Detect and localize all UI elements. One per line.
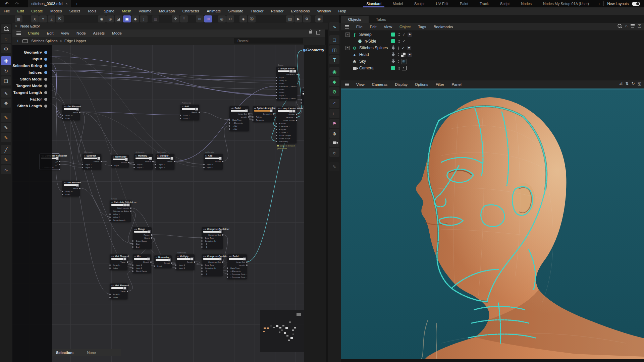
port-dot[interactable] [276, 132, 277, 133]
port-dot[interactable] [44, 51, 47, 54]
object-row-head[interactable]: ▲Head⚑ [341, 51, 644, 58]
port-dot[interactable] [227, 270, 228, 272]
node-output-result[interactable]: Result [111, 161, 129, 164]
bend-deformer-button[interactable]: ◜ [329, 99, 339, 108]
object-row-camera[interactable]: Camera [341, 65, 644, 71]
menu-spline[interactable]: Spline [100, 9, 118, 13]
node-input-input-1[interactable]: Input 1 [83, 163, 101, 166]
expression-tag-icon[interactable]: ⚑ [408, 53, 412, 57]
port-dot[interactable] [109, 220, 111, 221]
port-dot[interactable] [62, 191, 63, 192]
render-view-button[interactable]: ▤ [286, 15, 294, 22]
node-input-points[interactable]: Points [253, 115, 274, 118]
node-folder-icon[interactable] [289, 70, 293, 73]
port-dot[interactable] [201, 240, 203, 242]
node-input-index[interactable]: Index [276, 88, 297, 91]
coord-system-button[interactable]: ⇱ [56, 15, 64, 22]
quantize-button[interactable]: ⊞ [204, 15, 212, 22]
node-input-outer-scope[interactable]: Outer Scope [276, 134, 297, 137]
node-options-icon[interactable] [293, 70, 296, 73]
port-dot[interactable] [171, 262, 172, 264]
expression-tag-icon[interactable]: ⚑ [407, 46, 411, 50]
port-dot[interactable] [133, 164, 135, 165]
subdivision-surface-button[interactable]: ◉ [329, 67, 339, 76]
node-input-index[interactable]: Index [110, 296, 127, 299]
edges-mode-button[interactable]: ◎ [106, 15, 114, 22]
node-options-icon[interactable] [245, 109, 248, 112]
node-options-icon[interactable] [56, 157, 59, 160]
om-menu-edit[interactable]: Edit [366, 25, 380, 29]
port-dot[interactable] [201, 264, 203, 266]
node-input-array-in[interactable]: Array In [110, 293, 127, 296]
ne-menu-view[interactable]: View [57, 31, 73, 35]
node-output-stitch-length[interactable]: Stitch Length [110, 206, 131, 209]
graph-node-compose-container[interactable]: =⊞Compose ContainerContainer OutData Typ… [202, 227, 223, 249]
port-dot[interactable] [132, 267, 133, 269]
extra-mode-button[interactable]: ▥ [152, 15, 159, 22]
node-options-icon[interactable] [148, 230, 151, 233]
pan-icon[interactable]: ⇄ [619, 81, 623, 86]
port-dot[interactable] [194, 261, 195, 263]
port-dot[interactable] [150, 261, 152, 263]
node-options-icon[interactable] [219, 157, 222, 160]
node-options-icon[interactable] [123, 287, 126, 290]
render-settings-button[interactable]: ⚙ [303, 15, 311, 22]
port-dot[interactable] [109, 214, 111, 215]
graph-node-loop-carried-value[interactable]: =⊞Loop Carried ValueFinal ▸Variable 1Out… [276, 107, 297, 143]
port-dot[interactable] [227, 277, 228, 278]
new-document-icon[interactable]: + [75, 1, 78, 6]
node-output-result[interactable]: Result [176, 260, 195, 263]
graph-node-get-element[interactable]: =⊞Get ElementValueArray InIndex [110, 254, 127, 270]
rectangle-spline-button[interactable]: □ [329, 35, 339, 44]
port-dot[interactable] [227, 274, 228, 275]
workplane-mode-button[interactable]: ↕ [140, 15, 148, 22]
vp-menu-cameras[interactable]: Cameras [368, 82, 391, 86]
tab-takes[interactable]: Takes [369, 16, 393, 23]
sketch-tool[interactable]: ✎ [1, 123, 11, 132]
group-input-port-stitch-mode[interactable]: Stitch Mode [20, 77, 47, 81]
port-dot[interactable] [82, 164, 83, 165]
port-dot[interactable] [127, 261, 128, 263]
port-dot[interactable] [44, 71, 47, 74]
layout-tab-uv-edit[interactable]: UV Edit [430, 0, 454, 7]
om-menu-file[interactable]: File [353, 25, 366, 29]
sky-material-tag-icon[interactable] [401, 59, 407, 64]
port-dot[interactable] [151, 234, 152, 236]
port-dot[interactable] [132, 243, 133, 245]
node-input-array-in[interactable]: Array In [62, 114, 80, 117]
ne-menu-node[interactable]: Node [73, 31, 90, 35]
layout-tab-sculpt[interactable]: Sculpt [409, 0, 430, 7]
filter-icon[interactable] [631, 25, 635, 26]
node-output-length[interactable]: Length [227, 263, 247, 266]
node-output-variable-1[interactable]: Variable 1 [276, 73, 297, 76]
node-input-input[interactable]: Input [111, 164, 129, 167]
node-input-tangents[interactable]: Tangents [253, 118, 274, 121]
object-name[interactable]: Head [359, 52, 369, 57]
node-options-icon[interactable] [219, 230, 222, 233]
node-input--0[interactable]: _0 [202, 242, 223, 245]
node-input-geometry[interactable]: Geometry [276, 140, 297, 143]
spline-sketch-tool[interactable]: ∿ [1, 165, 11, 174]
transform-tool[interactable]: ⇖ [1, 88, 11, 98]
node-output-result[interactable]: Result [83, 160, 101, 163]
node-input-data-type[interactable]: Data Type [229, 118, 249, 121]
node-options-icon[interactable] [76, 184, 79, 187]
interactive-render-button[interactable]: ◉ [315, 15, 323, 22]
object-row-stitches-splines[interactable]: +⚙Stitches Splines✓⚑ [341, 45, 644, 51]
node-input-end[interactable]: End [133, 245, 152, 248]
node-input-index[interactable]: Index [276, 82, 297, 85]
port-dot[interactable] [44, 84, 47, 87]
group-input-port-factor[interactable]: Factor [30, 97, 47, 102]
graph-node-single-stitch[interactable]: GroupfxSingle StitchVariable 1Input 1Arr… [276, 67, 297, 101]
port-dot[interactable] [62, 194, 63, 195]
layout-tab-nodes[interactable]: Nodes [515, 0, 537, 7]
port-dot[interactable] [151, 237, 152, 239]
node-input-elements-2-value-[interactable]: Elements 2, Value… [276, 97, 297, 100]
camera-object-button[interactable] [329, 138, 339, 147]
node-input-input-2[interactable]: Input 2 [204, 166, 223, 169]
port-dot[interactable] [203, 167, 205, 168]
group-input-port-stitch-length[interactable]: Stitch Length [17, 104, 47, 108]
axis-y-button[interactable]: Y [39, 15, 47, 22]
graph-node-calculate-stitch-len-[interactable]: GroupfxCalculate Stitch Len…Stitch Lengt… [110, 200, 131, 222]
port-dot[interactable] [222, 234, 223, 236]
